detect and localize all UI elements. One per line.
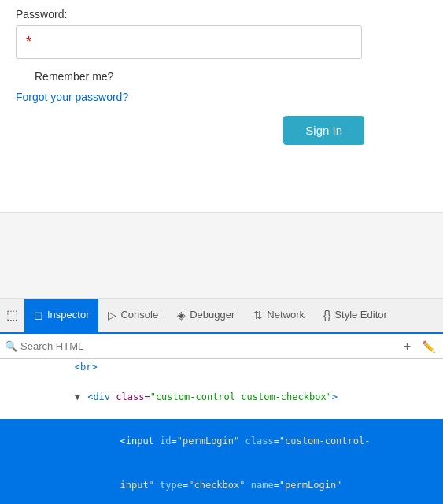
password-label: Password: bbox=[16, 8, 427, 20]
tab-network-label: Network bbox=[267, 309, 305, 321]
debugger-icon: ◈ bbox=[177, 309, 186, 321]
devtools-tabs-bar: ⬚ ◻ Inspector ▷ Console ◈ Debugger ⇅ Net… bbox=[0, 299, 443, 334]
tab-style-editor[interactable]: {} Style Editor bbox=[314, 299, 397, 332]
tab-debugger-label: Debugger bbox=[190, 309, 234, 321]
pick-element-button[interactable]: ✏️ bbox=[419, 339, 438, 354]
html-line-br: <br> bbox=[0, 359, 443, 375]
network-icon: ⇅ bbox=[253, 309, 263, 321]
html-line-input-2[interactable]: input" type="checkbox" name="permLogin" bbox=[0, 463, 443, 504]
tab-inspector[interactable]: ◻ Inspector bbox=[24, 299, 98, 332]
remember-row: Remember me? bbox=[35, 70, 427, 83]
tab-debugger[interactable]: ◈ Debugger bbox=[168, 299, 244, 332]
search-icon: 🔍 bbox=[5, 340, 17, 352]
console-icon: ▷ bbox=[108, 309, 116, 321]
search-actions: + ✏️ bbox=[401, 338, 438, 355]
style-editor-icon: {} bbox=[323, 309, 330, 321]
html-line-div: ▼ <div class="custom-control custom-chec… bbox=[0, 375, 443, 419]
add-node-button[interactable]: + bbox=[401, 338, 414, 355]
search-html-input[interactable] bbox=[20, 340, 401, 352]
pointer-icon: ⬚ bbox=[6, 307, 18, 322]
password-input-box[interactable]: * bbox=[16, 25, 362, 59]
tab-console-label: Console bbox=[120, 309, 158, 321]
sign-in-button[interactable]: Sign In bbox=[283, 116, 364, 145]
tab-style-editor-label: Style Editor bbox=[334, 309, 386, 321]
forgot-password-link[interactable]: Forgot your password? bbox=[16, 91, 427, 103]
spacer-area bbox=[0, 213, 443, 299]
inspector-icon: ◻ bbox=[34, 309, 43, 321]
html-line-input-1[interactable]: <input id="permLogin" class="custom-cont… bbox=[0, 419, 443, 463]
html-panel: <br> ▼ <div class="custom-control custom… bbox=[0, 359, 443, 504]
tab-pointer[interactable]: ⬚ bbox=[0, 299, 24, 332]
remember-label: Remember me? bbox=[35, 70, 113, 83]
login-form-area: Password: * Remember me? Forgot your pas… bbox=[0, 0, 443, 213]
html-search-bar: 🔍 + ✏️ bbox=[0, 334, 443, 359]
password-star: * bbox=[26, 34, 31, 50]
tab-console[interactable]: ▷ Console bbox=[98, 299, 168, 332]
tab-network[interactable]: ⇅ Network bbox=[244, 299, 314, 332]
tree-arrow-div[interactable]: ▼ bbox=[75, 391, 80, 402]
tab-inspector-label: Inspector bbox=[47, 309, 89, 321]
